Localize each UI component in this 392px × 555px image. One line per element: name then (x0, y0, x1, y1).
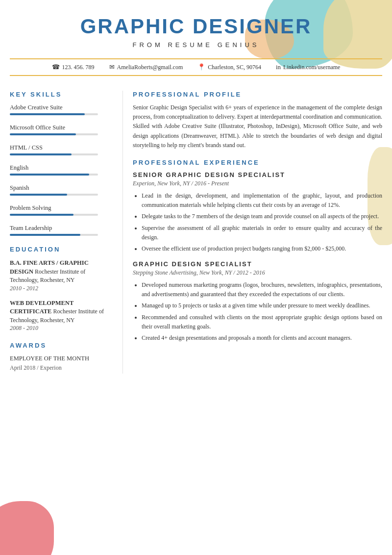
skill-bar-bg (10, 194, 98, 196)
skill-bar-fill (10, 113, 85, 115)
edu-degree: B.A. FINE ARTS / GRAPHIC DESIGN Rocheste… (10, 259, 113, 285)
skill-bar-fill (10, 194, 67, 196)
bullet-item: Developed numerous marketing programs (l… (142, 280, 382, 299)
resume-title: GRAPHIC DESIGNER (10, 15, 382, 38)
job-title: GRAPHIC DESIGN SPECIALIST (133, 260, 382, 268)
bullet-item: Delegate tasks to the 7 members of the d… (142, 212, 382, 221)
job-bullets: Lead in the design, development, and imp… (133, 191, 382, 253)
edu-school: Rochester Institute of Technology, Roche… (10, 268, 85, 284)
header: GRAPHIC DESIGNER FROM RESUME GENIUS (0, 0, 392, 53)
contact-location: 📍 Charleston, SC, 90764 (197, 63, 261, 71)
skill-bar-fill (10, 214, 74, 216)
job-item: GRAPHIC DESIGN SPECIALIST Stepping Stone… (133, 260, 382, 343)
bullet-item: Created 4+ design presentations and prop… (142, 333, 382, 343)
contact-email: ✉ AmeliaRoberts@gmail.com (109, 63, 183, 71)
bullet-item: Recommended and consulted with clients o… (142, 313, 382, 331)
skill-bar-bg (10, 133, 98, 135)
award-detail: April 2018 / Experion (10, 364, 113, 372)
right-column: PROFESSIONAL PROFILE Senior Graphic Desi… (122, 91, 382, 374)
education-section-title: EDUCATION (10, 246, 113, 253)
skill-item: English (10, 164, 113, 176)
skill-bar-fill (10, 174, 89, 176)
skill-bar-bg (10, 234, 98, 236)
skill-name: Microsoft Office Suite (10, 124, 113, 131)
resume-subtitle: FROM RESUME GENIUS (10, 41, 382, 49)
job-company: Stepping Stone Advertising, New York, NY… (133, 269, 382, 277)
edu-school: Rochester Institute of Technology, Roche… (10, 308, 104, 324)
award-item: EMPLOYEE OF THE MONTH April 2018 / Exper… (10, 355, 113, 372)
contact-bar: ☎ 123. 456. 789 ✉ AmeliaRoberts@gmail.co… (10, 58, 382, 76)
blob-red (0, 501, 54, 555)
profile-section-title: PROFESSIONAL PROFILE (133, 91, 382, 98)
skill-bar-fill (10, 234, 80, 236)
skill-name: HTML / CSS (10, 144, 113, 151)
job-company: Experion, New York, NY / 2016 - Present (133, 180, 382, 187)
awards-section-title: AWARDS (10, 342, 113, 349)
skill-item: Team Leadership (10, 225, 113, 236)
location-icon: 📍 (197, 63, 205, 71)
skill-item: HTML / CSS (10, 144, 113, 155)
skill-item: Problem Solving (10, 204, 113, 216)
skill-bar-fill (10, 133, 76, 135)
jobs-list: SENIOR GRAPHIC DESIGN SPECIALIST Experio… (133, 171, 382, 343)
skill-name: Problem Solving (10, 204, 113, 212)
job-bullets: Developed numerous marketing programs (l… (133, 280, 382, 343)
skills-section-title: KEY SKILLS (10, 91, 113, 98)
skills-list: Adobe Creative Suite Microsoft Office Su… (10, 104, 113, 236)
edu-degree: WEB DEVELOPMENT CERTIFICATE Rochester In… (10, 299, 113, 325)
skill-bar-bg (10, 153, 98, 155)
email-icon: ✉ (109, 63, 115, 71)
job-title: SENIOR GRAPHIC DESIGN SPECIALIST (133, 171, 382, 178)
edu-year: 2010 - 2012 (10, 285, 113, 292)
phone-icon: ☎ (52, 63, 60, 71)
skill-bar-bg (10, 113, 98, 115)
job-item: SENIOR GRAPHIC DESIGN SPECIALIST Experio… (133, 171, 382, 253)
linkedin-icon: in (276, 63, 281, 71)
contact-phone: ☎ 123. 456. 789 (52, 63, 95, 71)
bullet-item: Supervise the assessment of all graphic … (142, 224, 382, 242)
education-item: WEB DEVELOPMENT CERTIFICATE Rochester In… (10, 299, 113, 332)
skill-name: Spanish (10, 184, 113, 192)
education-list: B.A. FINE ARTS / GRAPHIC DESIGN Rocheste… (10, 259, 113, 332)
experience-section-title: PROFESSIONAL EXPERIENCE (133, 159, 382, 166)
resume-wrapper: GRAPHIC DESIGNER FROM RESUME GENIUS ☎ 12… (0, 0, 392, 555)
skill-item: Microsoft Office Suite (10, 124, 113, 135)
awards-list: EMPLOYEE OF THE MONTH April 2018 / Exper… (10, 355, 113, 372)
bullet-item: Managed up to 5 projects or tasks at a g… (142, 301, 382, 310)
skill-name: Adobe Creative Suite (10, 104, 113, 111)
award-title: EMPLOYEE OF THE MONTH (10, 355, 113, 362)
education-item: B.A. FINE ARTS / GRAPHIC DESIGN Rocheste… (10, 259, 113, 292)
skill-name: English (10, 164, 113, 172)
skill-name: Team Leadership (10, 225, 113, 232)
bullet-item: Oversee the efficient use of production … (142, 244, 382, 253)
skill-bar-bg (10, 174, 98, 176)
skill-item: Spanish (10, 184, 113, 196)
skill-item: Adobe Creative Suite (10, 104, 113, 115)
bullet-item: Lead in the design, development, and imp… (142, 191, 382, 210)
profile-text: Senior Graphic Design Specialist with 6+… (133, 103, 382, 150)
skill-bar-bg (10, 214, 98, 216)
edu-year: 2008 - 2010 (10, 325, 113, 332)
skill-bar-fill (10, 153, 72, 155)
left-column: KEY SKILLS Adobe Creative Suite Microsof… (10, 91, 122, 374)
main-content: KEY SKILLS Adobe Creative Suite Microsof… (0, 81, 392, 383)
contact-linkedin: in Linkedin.com/username (276, 63, 340, 71)
